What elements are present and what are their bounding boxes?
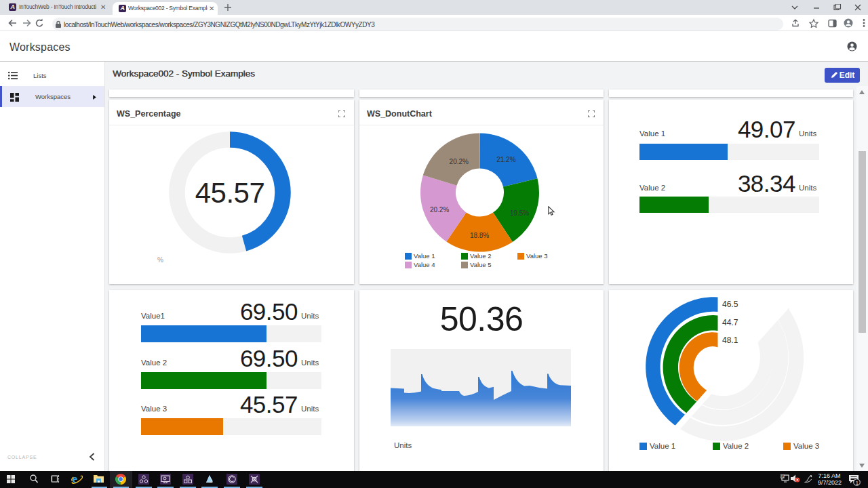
- svg-text:45.57: 45.57: [195, 177, 265, 209]
- svg-text:20.2%: 20.2%: [430, 206, 449, 214]
- svg-text:46.5: 46.5: [722, 300, 738, 309]
- svg-text:48.1: 48.1: [722, 336, 738, 345]
- svg-text:18.8%: 18.8%: [470, 232, 489, 239]
- svg-text:19.5%: 19.5%: [510, 209, 529, 217]
- svg-text:21.2%: 21.2%: [496, 156, 515, 163]
- svg-text:1: 1: [856, 480, 859, 486]
- svg-text:%: %: [157, 256, 163, 264]
- svg-text:44.7: 44.7: [722, 318, 738, 327]
- svg-text:20.2%: 20.2%: [450, 158, 469, 165]
